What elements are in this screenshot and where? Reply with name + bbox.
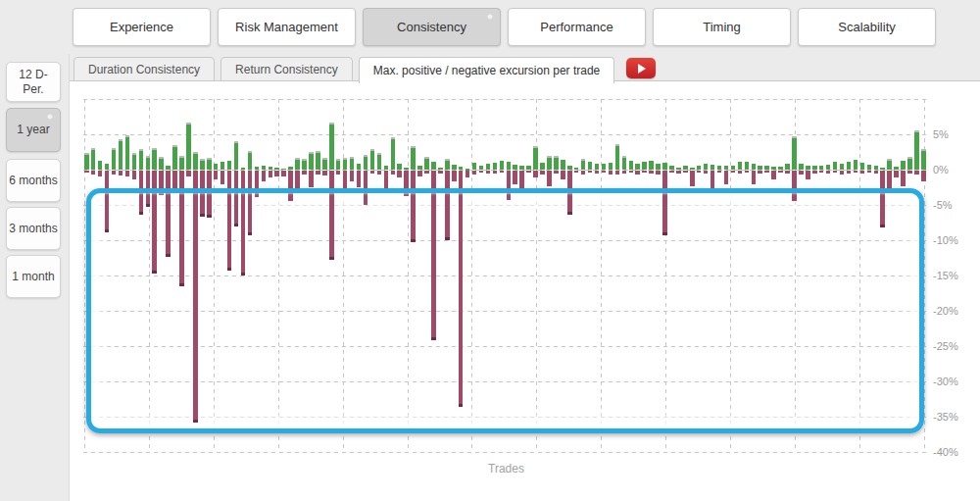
negative-excursion-bar <box>125 171 130 176</box>
positive-excursion-bar <box>493 163 498 170</box>
positive-excursion-bar <box>84 153 89 170</box>
negative-excursion-bar <box>704 171 709 174</box>
tab-timing[interactable]: Timing <box>653 8 791 46</box>
positive-excursion-bar <box>397 164 402 170</box>
positive-excursion-bar <box>316 151 320 170</box>
subtab-duration-consistency[interactable]: Duration Consistency <box>74 57 215 81</box>
positive-excursion-bar <box>132 153 137 170</box>
positive-excursion-bar <box>159 157 164 170</box>
positive-excursion-bar <box>914 130 919 170</box>
positive-excursion-bar <box>635 164 640 170</box>
positive-excursion-bar <box>166 166 171 170</box>
negative-excursion-bar <box>493 171 498 174</box>
positive-excursion-bar <box>214 164 219 170</box>
positive-excursion-bar <box>581 159 586 170</box>
tab-consistency[interactable]: Consistency <box>363 8 501 46</box>
positive-excursion-bar <box>424 157 429 170</box>
tab-experience[interactable]: Experience <box>73 8 211 46</box>
negative-excursion-bar <box>322 171 327 175</box>
negative-excursion-bar <box>894 171 899 177</box>
positive-excursion-bar <box>609 163 613 170</box>
negative-excursion-bar <box>540 171 545 175</box>
tab-scalability[interactable]: Scalability <box>798 8 936 46</box>
y-tick-label: -40% <box>933 446 976 458</box>
negative-excursion-bar <box>812 171 817 174</box>
positive-excursion-bar <box>901 161 906 170</box>
positive-excursion-bar <box>241 168 246 170</box>
negative-excursion-bar <box>690 171 695 186</box>
positive-excursion-bar <box>112 148 117 170</box>
negative-excursion-bar <box>615 171 620 175</box>
y-tick-label: 0% <box>933 164 976 175</box>
negative-excursion-bar <box>295 171 300 189</box>
negative-excursion-bar <box>724 171 729 184</box>
tab-risk-management[interactable]: Risk Management <box>218 8 356 46</box>
sidebar-item-1-month[interactable]: 1 month <box>6 255 61 298</box>
positive-excursion-bar <box>574 168 579 170</box>
negative-excursion-bar <box>357 171 362 187</box>
positive-excursion-bar <box>704 164 709 170</box>
positive-excursion-bar <box>764 166 769 170</box>
negative-excursion-bar <box>860 171 865 174</box>
negative-excursion-bar <box>98 171 103 176</box>
y-tick-label: -5% <box>933 199 976 211</box>
negative-excursion-bar <box>119 171 123 175</box>
y-tick-label: 5% <box>933 128 976 140</box>
negative-excursion-bar <box>132 171 137 179</box>
negative-excursion-bar <box>752 171 757 184</box>
negative-excursion-bar <box>778 171 783 173</box>
positive-excursion-bar <box>561 160 565 170</box>
positive-excursion-bar <box>792 136 797 170</box>
positive-excursion-bar <box>656 164 661 170</box>
positive-excursion-bar <box>302 159 307 170</box>
y-tick-label: -15% <box>933 270 976 281</box>
negative-excursion-bar <box>833 171 838 173</box>
sidebar-item-12-d-per-[interactable]: 12 D-Per. <box>6 62 61 102</box>
subtab-max-positive-negative-excursio[interactable]: Max. positive / negative excursion per t… <box>359 57 614 83</box>
positive-excursion-bar <box>540 163 545 170</box>
selected-tab-dot <box>487 14 493 20</box>
negative-excursion-bar <box>771 171 776 179</box>
negative-excursion-bar <box>854 171 858 173</box>
tab-performance[interactable]: Performance <box>508 8 646 46</box>
positive-excursion-bar <box>152 148 157 170</box>
positive-excursion-bar <box>309 152 314 170</box>
positive-excursion-bar <box>758 166 762 170</box>
positive-excursion-bar <box>139 149 144 170</box>
negative-excursion-bar <box>561 171 565 179</box>
negative-excursion-bar <box>84 171 89 173</box>
negative-excursion-bar <box>745 171 750 173</box>
positive-excursion-bar <box>615 144 620 170</box>
positive-excursion-bar <box>329 123 334 170</box>
sidebar-item-6-months[interactable]: 6 months <box>6 159 61 202</box>
subtab-return-consistency[interactable]: Return Consistency <box>220 57 353 81</box>
youtube-button[interactable] <box>626 58 656 78</box>
positive-excursion-bar <box>547 156 552 170</box>
positive-excursion-bar <box>377 153 382 170</box>
positive-excursion-bar <box>227 161 232 170</box>
positive-excursion-bar <box>567 166 572 170</box>
positive-excursion-bar <box>880 168 885 170</box>
negative-excursion-bar <box>302 171 307 175</box>
negative-excursion-bar <box>309 171 314 187</box>
positive-excursion-bar <box>486 164 491 170</box>
positive-excursion-bar <box>357 164 362 170</box>
negative-excursion-bar <box>486 171 491 174</box>
positive-excursion-bar <box>683 166 688 170</box>
positive-excursion-bar <box>262 166 267 170</box>
positive-excursion-bar <box>745 162 750 170</box>
positive-excursion-bar <box>234 141 239 170</box>
negative-excursion-bar <box>316 171 320 175</box>
negative-excursion-bar <box>214 171 219 179</box>
positive-excursion-bar <box>274 168 279 170</box>
negative-excursion-bar <box>391 171 396 175</box>
negative-excursion-bar <box>826 171 831 174</box>
sidebar-item-1-year[interactable]: 1 year <box>6 108 61 152</box>
negative-excursion-bar <box>758 171 762 174</box>
sidebar-item-3-months[interactable]: 3 months <box>6 207 61 250</box>
negative-excursion-bar <box>738 171 743 174</box>
highlight-rectangle <box>86 188 924 433</box>
negative-excursion-bar <box>806 171 810 179</box>
negative-excursion-bar <box>799 171 804 175</box>
positive-excursion-bar <box>186 123 191 170</box>
